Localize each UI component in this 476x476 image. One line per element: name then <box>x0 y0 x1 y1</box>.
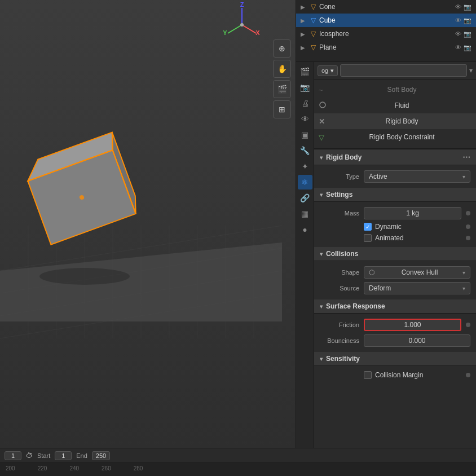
keyframe-dot <box>466 373 470 377</box>
properties-content: og ▾ ▾ ~ Soft Body <box>314 62 476 448</box>
fluid-label: Fluid <box>332 102 471 109</box>
render-icon[interactable]: 📷 <box>464 44 471 51</box>
mass-value[interactable]: 1 kg <box>364 207 461 219</box>
shape-dropdown[interactable]: ⬡ Convex Hull ▾ <box>364 266 470 279</box>
outliner-item-cube[interactable]: ▶ ▽ Cube 👁 📷 <box>296 14 476 27</box>
plane-icon: ▽ <box>311 43 316 51</box>
properties-sidebar: 🎬 📷 🖨 👁 ▣ 🔧 ✦ ⚛ 🔗 ▦ ● <box>296 62 314 448</box>
expand-icon: ▶ <box>301 4 307 10</box>
grid-tool-button[interactable]: ⊞ <box>273 100 291 118</box>
props-tab-scene[interactable]: 🎬 <box>298 64 312 79</box>
outliner: ▶ ▽ Cone 👁 📷 ▶ ▽ Cube 👁 📷 ▶ ▽ <box>296 0 476 62</box>
visibility-icon[interactable]: 👁 <box>455 44 461 51</box>
divider <box>314 148 476 149</box>
collisions-section-header[interactable]: ▾ Collisions <box>314 247 476 261</box>
end-frame[interactable]: 250 <box>92 451 110 460</box>
zoom-tool-button[interactable]: ⊕ <box>273 39 291 58</box>
dynamic-checkbox[interactable] <box>364 223 372 231</box>
surface-response-header[interactable]: ▾ Surface Response <box>314 299 476 314</box>
collapse-icon: ▾ <box>320 192 323 198</box>
shape-label: Shape <box>320 269 359 276</box>
outliner-item-plane[interactable]: ▶ ▽ Plane 👁 📷 <box>296 41 476 54</box>
outliner-item-icosphere[interactable]: ▶ ▽ Icosphere 👁 📷 <box>296 27 476 41</box>
cube-icon: ▽ <box>311 16 316 24</box>
props-tab-object[interactable]: ▣ <box>298 127 312 142</box>
type-value: Active <box>369 173 387 180</box>
collision-margin-checkbox[interactable] <box>364 371 372 379</box>
cone-name: Cone <box>319 3 452 11</box>
props-tab-particles[interactable]: ✦ <box>298 159 312 174</box>
svg-text:X: X <box>255 29 260 36</box>
camera-tool-button[interactable]: 🎬 <box>273 80 291 98</box>
type-row: Type Active ▾ <box>314 169 476 184</box>
collapse-icon: ▾ <box>320 251 323 257</box>
visibility-icon[interactable]: 👁 <box>455 3 461 11</box>
viewport-3d[interactable]: Z X Y <box>0 0 296 448</box>
current-frame[interactable]: 1 <box>5 451 21 460</box>
props-tab-view[interactable]: 👁 <box>298 112 312 126</box>
dots-menu-icon[interactable]: ⋯ <box>462 153 470 162</box>
props-tab-constraints[interactable]: 🔗 <box>298 191 312 205</box>
pan-tool-button[interactable]: ✋ <box>273 60 291 78</box>
rigidbody-icon: ✕ <box>319 117 328 126</box>
rigid-body-body: Type Active ▾ <box>314 165 476 188</box>
right-panel: ▶ ▽ Cone 👁 📷 ▶ ▽ Cube 👁 📷 ▶ ▽ <box>296 0 476 448</box>
props-tab-physics[interactable]: ⚛ <box>298 175 312 189</box>
softbody-icon: ~ <box>319 86 328 94</box>
search-dropdown[interactable]: og ▾ <box>318 65 338 76</box>
chevron-down-icon: ▾ <box>462 174 465 180</box>
sensitivity-body: Collision Margin <box>314 366 476 384</box>
source-value: Deform <box>369 284 391 292</box>
rigidbody-label: Rigid Body <box>332 117 471 125</box>
start-frame[interactable]: 1 <box>55 451 72 460</box>
expand-icon: ▶ <box>301 45 307 51</box>
collapse-icon: ▾ <box>320 303 323 310</box>
constraint-label: Rigid Body Constraint <box>332 133 471 141</box>
props-tab-data[interactable]: ▦ <box>298 206 312 221</box>
viewport-scene <box>0 0 296 448</box>
settings-section-header[interactable]: ▾ Settings <box>314 188 476 202</box>
visibility-icon[interactable]: 👁 <box>455 30 461 38</box>
props-tab-render[interactable]: 📷 <box>298 80 312 95</box>
plane-name: Plane <box>319 43 452 51</box>
render-icon[interactable]: 📷 <box>464 30 471 38</box>
bounciness-value[interactable]: 0.000 <box>364 334 470 347</box>
physics-rigid-body[interactable]: ✕ Rigid Body <box>314 113 476 129</box>
dynamic-label: Dynamic <box>375 223 402 231</box>
collapse-icon: ▾ <box>320 155 323 161</box>
settings-body: Mass 1 kg Dynamic <box>314 202 476 247</box>
render-icon[interactable]: 📷 <box>464 17 471 24</box>
settings-title: Settings <box>326 191 352 199</box>
visibility-icon[interactable]: 👁 <box>455 17 461 24</box>
collapse-icon: ▾ <box>320 356 323 362</box>
sensitivity-section-header[interactable]: ▾ Sensitivity <box>314 352 476 366</box>
bounciness-row: Bounciness 0.000 <box>314 333 476 349</box>
end-label: End <box>76 452 87 459</box>
props-tab-output[interactable]: 🖨 <box>298 96 312 111</box>
animated-checkbox[interactable] <box>364 234 372 242</box>
softbody-label: Soft Body <box>332 86 471 94</box>
rigid-body-section-header[interactable]: ▾ Rigid Body ⋯ <box>314 150 476 165</box>
surface-response-title: Surface Response <box>326 302 385 310</box>
timeline-ruler[interactable]: 200 220 240 260 280 <box>0 463 476 476</box>
friction-value[interactable]: 1.000 <box>364 319 461 331</box>
source-dropdown[interactable]: Deform ▾ <box>364 282 470 294</box>
physics-soft-body[interactable]: ~ Soft Body <box>314 82 476 98</box>
render-icon[interactable]: 📷 <box>464 3 471 11</box>
type-dropdown[interactable]: Active ▾ <box>364 170 470 183</box>
keyframe-dot <box>466 211 470 215</box>
svg-text:Y: Y <box>223 29 227 36</box>
expand-icon: ▶ <box>301 17 307 24</box>
keyframe-dot <box>466 236 470 240</box>
props-tab-modifier[interactable]: 🔧 <box>298 143 312 158</box>
svg-point-30 <box>320 102 325 108</box>
svg-text:Z: Z <box>240 2 244 8</box>
physics-rigid-body-constraint[interactable]: ▽ Rigid Body Constraint <box>314 129 476 145</box>
collisions-body: Shape ⬡ Convex Hull ▾ Source Deform ▾ <box>314 261 476 299</box>
outliner-item-cone[interactable]: ▶ ▽ Cone 👁 📷 <box>296 0 476 14</box>
props-tab-material[interactable]: ● <box>298 222 312 237</box>
physics-fluid[interactable]: Fluid <box>314 98 476 113</box>
cone-icon: ▽ <box>311 3 316 11</box>
shape-row: Shape ⬡ Convex Hull ▾ <box>314 265 476 280</box>
search-input[interactable] <box>340 64 467 77</box>
